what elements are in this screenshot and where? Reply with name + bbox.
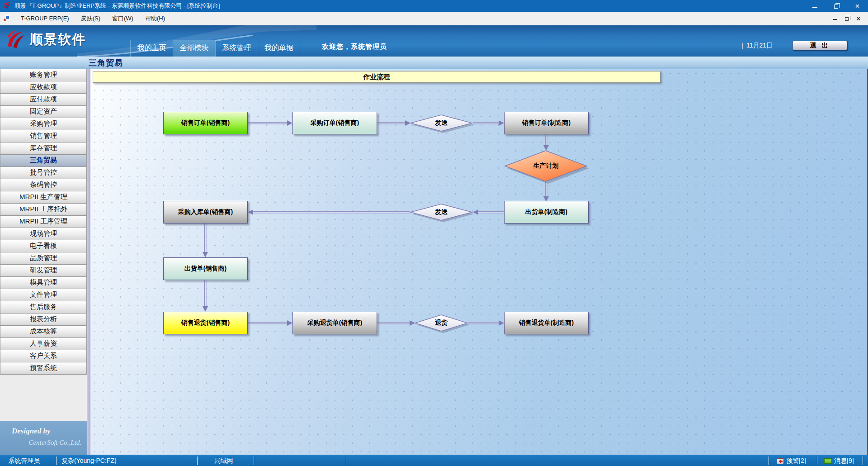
sidebar-item-shopfloor[interactable]: 现场管理 [0,228,87,240]
current-date: 11月21日 [746,42,773,50]
status-separator [254,456,254,465]
status-workstation: 复杂(Young-PC:FZ) [61,457,117,465]
sidebar-item-alert-system[interactable]: 预警系统 [0,362,87,375]
flow-node-sales-return-seller[interactable]: 销售退货(销售商) [163,312,248,334]
sidebar-item-rnd[interactable]: 研发管理 [0,264,87,277]
first-aid-icon [777,458,784,464]
sidebar-item-triangle-trade[interactable]: 三角贸易 [0,154,87,167]
minimize-button[interactable] [804,0,826,12]
company-credit-text: CenterSoft Co.,Ltd. [0,439,81,447]
erp-application-window: 顺景『T-GROUP』制造业ERP系统 - 东莞顺景软件科技有限公司 - [系统… [0,0,868,466]
sidebar-item-mrp2-process[interactable]: MRPII 工序管理 [0,215,87,228]
sidebar-item-fixed-assets[interactable]: 固定资产 [0,105,87,118]
brand-logo-text: 顺景软件 [30,31,86,49]
module-sidebar: 账务管理 应收款项 应付款项 固定资产 采购管理 销售管理 库存管理 三角贸易 … [0,69,87,455]
close-icon: × [855,2,860,10]
designed-by-text: Designed by [12,427,87,436]
window-title: 顺景『T-GROUP』制造业ERP系统 - 东莞顺景软件科技有限公司 - [系统… [14,2,220,10]
title-bar: 顺景『T-GROUP』制造业ERP系统 - 东莞顺景软件科技有限公司 - [系统… [0,0,868,12]
header-banner: 顺景软件 我的主页 全部模块 系统管理 我的单据 欢迎您，系统管理员 | 11月… [0,25,868,57]
flow-node-send-2[interactable]: 发送 [410,203,473,221]
flow-node-shipment-manufacturer[interactable]: 出货单(制造商) [504,201,589,223]
tab-my-homepage[interactable]: 我的主页 [130,40,173,57]
date-separator: | [741,42,743,49]
status-separator [346,456,346,465]
tab-my-documents[interactable]: 我的单据 [258,40,300,57]
flow-node-sales-order-manufacturer[interactable]: 销售订单(制造商) [504,112,589,134]
sidebar-item-hr-payroll[interactable]: 人事薪资 [0,338,87,350]
status-separator [863,456,863,465]
sidebar-item-documents[interactable]: 文件管理 [0,289,87,301]
brand-logo: 顺景软件 [6,30,86,50]
sidebar-item-receivables[interactable]: 应收款项 [0,81,87,94]
sidebar-item-purchasing[interactable]: 采购管理 [0,118,87,130]
sidebar-item-costing[interactable]: 成本核算 [0,325,87,338]
mdi-child-window-icon [3,15,10,22]
status-user: 系统管理员 [8,457,40,465]
designed-by-panel: Designed by CenterSoft Co.,Ltd. [0,421,87,455]
exit-button[interactable]: 退 出 [793,41,847,50]
flow-node-sales-return-manufacturer[interactable]: 销售退货单(制造商) [504,312,589,334]
status-separator [769,456,769,465]
envelope-icon [824,458,832,464]
sidebar-item-accounting[interactable]: 账务管理 [0,69,87,81]
main-nav-tabs: 我的主页 全部模块 系统管理 我的单据 [130,40,300,57]
flow-node-sales-order-seller[interactable]: 销售订单(销售商) [163,112,248,134]
flow-node-send-1[interactable]: 发送 [410,114,473,132]
sidebar-item-quality[interactable]: 品质管理 [0,252,87,265]
sidebar-item-after-sales[interactable]: 售后服务 [0,301,87,314]
menu-help[interactable]: 帮助(H) [139,12,171,25]
close-button[interactable]: × [847,0,868,12]
sidebar-item-inventory[interactable]: 库存管理 [0,142,87,155]
restore-button[interactable] [826,0,847,12]
welcome-message: 欢迎您，系统管理员 [322,43,387,51]
sidebar-item-mold[interactable]: 模具管理 [0,276,87,289]
minimize-icon [833,19,837,20]
status-bar: 系统管理员 复杂(Young-PC:FZ) 局域网 预警[2] 消息[9] [0,455,868,466]
flow-node-purchase-order-seller[interactable]: 采购订单(销售商) [292,112,377,134]
status-alerts[interactable]: 预警[2] [777,457,806,465]
mdi-minimize-button[interactable] [829,17,841,20]
status-separator [197,456,198,465]
status-network: 局域网 [214,457,233,465]
menu-window[interactable]: 窗口(W) [106,12,139,25]
sidebar-item-lot-control[interactable]: 批号管控 [0,166,87,179]
tab-all-modules[interactable]: 全部模块 [173,40,215,57]
sidebar-item-crm[interactable]: 客户关系 [0,350,87,362]
app-logo-icon [4,1,11,10]
shunjing-logo-icon [6,30,26,50]
flow-node-shipment-seller[interactable]: 出货单(销售商) [163,257,248,280]
workflow-canvas: 作业流程 销售订单(销 [90,69,868,455]
sidebar-item-reports[interactable]: 报表分析 [0,313,87,326]
sidebar-item-sales[interactable]: 销售管理 [0,130,87,143]
sidebar-item-kanban[interactable]: 电子看板 [0,240,87,252]
flow-node-return-decision[interactable]: 退货 [414,314,468,332]
restore-icon [834,5,838,9]
flow-node-production-plan[interactable]: 生产计划 [504,150,588,182]
sidebar-item-mrp2-production[interactable]: MRPII 生产管理 [0,191,87,204]
current-module-title: 三角贸易 [89,57,123,68]
menu-bar: T-GROUP ERP(E) 皮肤(S) 窗口(W) 帮助(H) × [0,12,868,25]
menu-tgroup-erp[interactable]: T-GROUP ERP(E) [15,12,75,25]
status-messages[interactable]: 消息[9] [824,457,854,465]
restore-icon [845,17,849,21]
minimize-icon [812,7,817,8]
sidebar-item-payables[interactable]: 应付款项 [0,93,87,106]
sidebar-splitter[interactable] [87,69,90,455]
sidebar-item-mrp2-outsourcing[interactable]: MRPII 工序托外 [0,203,87,216]
menu-skin[interactable]: 皮肤(S) [75,12,106,25]
mdi-restore-button[interactable] [841,16,853,21]
status-separator [817,456,817,465]
module-title-bar: 三角贸易 [0,57,868,69]
status-separator [56,456,57,465]
mdi-close-button[interactable]: × [853,14,864,22]
flow-node-purchase-inbound-seller[interactable]: 采购入库单(销售商) [163,201,248,223]
flow-node-purchase-return-seller[interactable]: 采购退货单(销售商) [292,312,377,334]
sidebar-item-barcode-control[interactable]: 条码管控 [0,179,87,191]
close-icon: × [857,14,861,22]
tab-system-management[interactable]: 系统管理 [215,40,258,57]
